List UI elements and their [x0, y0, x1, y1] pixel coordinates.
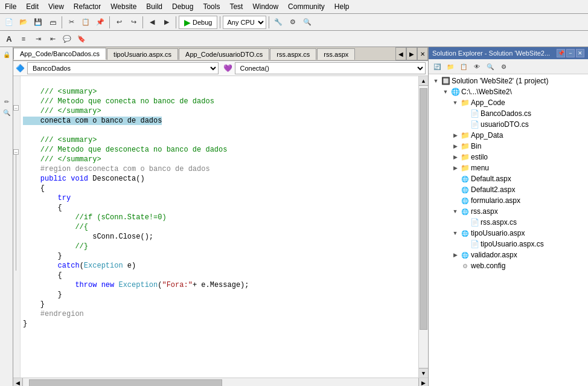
nav-back-btn[interactable]: ◀ — [145, 16, 159, 29]
format-btn3[interactable]: ⇥ — [31, 32, 45, 45]
format-btn2[interactable]: ≡ — [17, 32, 30, 45]
menu-build[interactable]: Build — [141, 1, 167, 12]
tab-scroll-left[interactable]: ◀ — [395, 47, 406, 60]
code-line-2: /// Metodo que conecta no banoc de dados — [23, 97, 214, 106]
save-btn[interactable]: 💾 — [31, 16, 45, 29]
format-btn1[interactable]: A — [2, 32, 16, 45]
out-collapse-1[interactable]: − — [13, 105, 19, 111]
tree-app-code[interactable]: ▼ 📁 App_Code — [429, 97, 588, 108]
code-content[interactable]: /// <summary> /// Metodo que conecta no … — [21, 76, 418, 378]
se-pin-btn[interactable]: 📌 — [557, 49, 565, 57]
expand-menu[interactable]: ▶ — [450, 163, 460, 173]
tree-default2-aspx[interactable]: 🌐 Default2.aspx — [429, 184, 588, 195]
menu-view[interactable]: View — [43, 1, 69, 12]
format-btn6[interactable]: 🔖 — [75, 32, 88, 45]
out-5 — [13, 120, 20, 130]
se-refresh-btn[interactable]: 🔄 — [431, 60, 443, 72]
nav-fwd-btn[interactable]: ▶ — [160, 16, 173, 29]
copy-btn[interactable]: 📋 — [79, 16, 92, 29]
tree-bin[interactable]: ▶ 📁 Bin — [429, 141, 588, 152]
se-nested-btn[interactable]: ⚙ — [497, 60, 510, 72]
tree-usuariodto[interactable]: 📄 usuarioDTO.cs — [429, 119, 588, 130]
menu-refactor[interactable]: Refactor — [69, 1, 106, 12]
more-btn2[interactable]: ⚙ — [286, 16, 299, 29]
cut-btn[interactable]: ✂ — [65, 16, 78, 29]
tree-rss-cs[interactable]: 📄 rss.aspx.cs — [429, 217, 588, 228]
tree-webconfig[interactable]: ⚙ web.config — [429, 260, 588, 271]
se-min-btn[interactable]: − — [566, 49, 575, 57]
format-btn4[interactable]: ⇤ — [46, 32, 59, 45]
open-btn[interactable]: 📂 — [17, 16, 30, 29]
scroll-down-btn[interactable]: ▼ — [419, 368, 428, 378]
out-collapse-2[interactable]: − — [13, 149, 19, 155]
horizontal-scrollbar[interactable]: ◀ ▶ — [13, 378, 428, 386]
expand-validador[interactable]: ▶ — [450, 250, 460, 260]
sidebar-icon-3[interactable]: 🔍 — [2, 108, 11, 117]
menu-community[interactable]: Community — [283, 1, 330, 12]
scroll-thumb[interactable] — [420, 88, 427, 330]
menu-window[interactable]: Window — [248, 1, 283, 12]
tab-0[interactable]: App_Code/BancoDados.cs — [13, 48, 106, 60]
sidebar-icon-2[interactable]: ✏ — [2, 97, 11, 106]
menu-file[interactable]: File — [0, 1, 21, 12]
format-btn5[interactable]: 💬 — [60, 32, 74, 45]
menu-edit[interactable]: Edit — [21, 1, 43, 12]
undo-btn[interactable]: ↩ — [112, 16, 126, 29]
menu-help[interactable]: Help — [330, 1, 354, 12]
tab-close[interactable]: ✕ — [417, 47, 428, 60]
more-btn1[interactable]: 🔧 — [272, 16, 285, 29]
expand-rss[interactable]: ▼ — [450, 207, 460, 216]
tree-solution[interactable]: ▼ 🔲 Solution 'WebSite2' (1 project) — [429, 76, 588, 86]
redo-btn[interactable]: ↪ — [127, 16, 140, 29]
tab-3[interactable]: rss.aspx.cs — [270, 48, 316, 60]
play-button[interactable]: ▶ Debug — [179, 16, 217, 29]
method-combo[interactable]: Conecta() — [235, 62, 426, 74]
tab-2[interactable]: App_Code/usuarioDTO.cs — [179, 48, 269, 60]
se-close-btn[interactable]: ✕ — [576, 49, 584, 57]
se-show-all-btn[interactable]: 👁 — [471, 60, 483, 72]
tree-bancodados[interactable]: 📄 BancoDados.cs — [429, 108, 588, 119]
more-btn3[interactable]: 🔍 — [301, 16, 314, 29]
class-combo[interactable]: BancoDados — [27, 62, 219, 74]
tab-4[interactable]: rss.aspx — [317, 48, 355, 60]
tab-scroll-right[interactable]: ▶ — [406, 47, 417, 60]
scroll-right-btn[interactable]: ▶ — [418, 378, 428, 386]
code-line-12: try — [23, 194, 71, 202]
expand-estilo[interactable]: ▶ — [450, 152, 460, 162]
menu-debug[interactable]: Debug — [167, 1, 198, 12]
tree-rss-aspx[interactable]: ▼ 🌐 rss.aspx — [429, 206, 588, 217]
expand-solution[interactable]: ▼ — [431, 76, 441, 86]
menu-test[interactable]: Test — [225, 1, 248, 12]
tree-website2[interactable]: ▼ 🌐 C:\...\WebSite2\ — [429, 86, 588, 97]
solution-icon: 🔲 — [441, 76, 450, 86]
tree-tipousuario-aspx[interactable]: ▼ 🌐 tipoUsuario.aspx — [429, 228, 588, 239]
paste-btn[interactable]: 📌 — [94, 16, 107, 29]
se-collapse-btn[interactable]: 📁 — [444, 60, 456, 72]
expand-tipousuario[interactable]: ▼ — [450, 228, 460, 238]
se-properties-btn[interactable]: 📋 — [458, 60, 470, 72]
tab-1[interactable]: tipoUsuario.aspx.cs — [107, 48, 178, 60]
tree-validador[interactable]: ▶ 🌐 validador.aspx — [429, 249, 588, 260]
cpu-combo[interactable]: Any CPU — [223, 16, 266, 29]
new-btn[interactable]: 📄 — [2, 16, 16, 29]
h-scroll-thumb[interactable] — [29, 379, 222, 387]
tree-tipousuariocs[interactable]: 📄 tipoUsuario.aspx.cs — [429, 239, 588, 249]
expand-bin[interactable]: ▶ — [450, 141, 460, 151]
expand-app-data[interactable]: ▶ — [450, 130, 460, 140]
menu-website[interactable]: Website — [106, 1, 141, 12]
scroll-up-btn[interactable]: ▲ — [419, 76, 428, 86]
tree-estilo[interactable]: ▶ 📁 estilo — [429, 152, 588, 162]
vertical-scrollbar[interactable]: ▲ ▼ — [418, 76, 428, 378]
tree-default-aspx[interactable]: 🌐 Default.aspx — [429, 173, 588, 184]
expand-app-code[interactable]: ▼ — [450, 98, 460, 108]
sidebar-icon-1[interactable]: 🔒 — [2, 50, 11, 59]
save-all-btn[interactable]: 🗃 — [46, 16, 59, 29]
se-filter-btn[interactable]: 🔍 — [484, 60, 496, 72]
menu-tools[interactable]: Tools — [198, 1, 225, 12]
tree-app-data[interactable]: ▶ 📁 App_Data — [429, 130, 588, 141]
expand-website2[interactable]: ▼ — [441, 87, 450, 97]
scroll-left-btn[interactable]: ◀ — [13, 378, 23, 386]
webconfig-label: web.config — [471, 262, 505, 270]
tree-menu[interactable]: ▶ 📁 menu — [429, 162, 588, 173]
tree-formulario-aspx[interactable]: 🌐 formulario.aspx — [429, 195, 588, 206]
